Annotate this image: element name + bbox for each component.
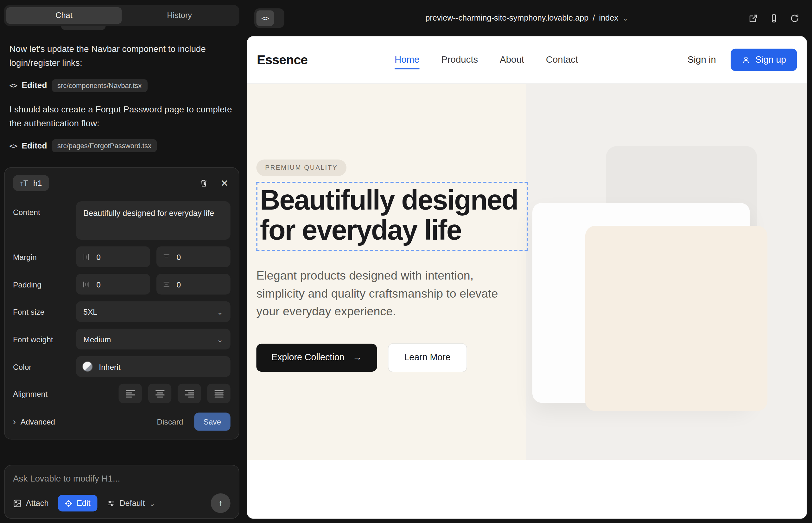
padding-vertical-input[interactable] (175, 279, 224, 289)
discard-button[interactable]: Discard (149, 413, 190, 431)
margin-horizontal-field (76, 247, 150, 267)
code-icon: <> (9, 142, 17, 150)
close-editor-button[interactable]: ✕ (218, 175, 231, 191)
padding-row: Padding (13, 274, 231, 295)
chevron-right-icon: › (13, 418, 16, 427)
nav-link-products[interactable]: Products (441, 50, 478, 70)
sign-up-button[interactable]: Sign up (730, 49, 797, 71)
color-swatch-icon (82, 362, 93, 372)
chat-messages: Now let's update the Navbar component to… (4, 26, 239, 163)
image-icon (13, 499, 22, 508)
default-model-button[interactable]: Default ⌄ (106, 499, 156, 508)
align-justify-button[interactable] (207, 384, 231, 403)
path-separator: / (593, 14, 595, 23)
edited-file-row: <> Edited src/pages/ForgotPassword.tsx (9, 140, 234, 152)
trash-icon (199, 179, 208, 188)
edit-mode-label: Edit (77, 499, 91, 508)
padding-horizontal-input[interactable] (95, 279, 144, 289)
url-bar[interactable]: preview--charming-site-symphony.lovable.… (425, 14, 628, 23)
padding-horizontal-field (76, 274, 150, 295)
edited-file-row: <> Edited src/components/Navbar.tsx (9, 79, 234, 92)
chat-history-tabs: Chat History (4, 5, 239, 26)
align-center-icon (155, 390, 164, 398)
composer-toolbar: Attach Edit Default ⌄ ↑ (13, 493, 231, 513)
preview-path: index (599, 14, 618, 23)
site-navbar: Essence Home Products About Contact Sign… (247, 36, 807, 84)
element-tag-pill[interactable]: TT h1 (13, 175, 49, 191)
alignment-label: Alignment (13, 390, 76, 398)
chevron-down-icon: ⌄ (217, 336, 223, 343)
decor-card-beige (585, 226, 768, 411)
close-icon: ✕ (220, 178, 228, 189)
align-center-button[interactable] (148, 384, 172, 403)
margin-label: Margin (13, 253, 76, 262)
code-icon: <> (9, 82, 17, 90)
file-badge[interactable]: src/components/Navbar.tsx (52, 79, 147, 92)
font-size-select[interactable]: 5XL ⌄ (76, 301, 230, 322)
chat-input[interactable] (13, 474, 231, 484)
font-weight-select[interactable]: Medium ⌄ (76, 329, 230, 349)
element-tag-label: h1 (33, 179, 42, 188)
color-value: Inherit (99, 362, 120, 371)
advanced-toggle[interactable]: › Advanced (13, 418, 55, 427)
advanced-label: Advanced (21, 418, 55, 427)
font-size-row: Font size 5XL ⌄ (13, 301, 231, 322)
preview-url: preview--charming-site-symphony.lovable.… (425, 14, 588, 23)
chat-composer: Attach Edit Default ⌄ ↑ (4, 465, 239, 519)
margin-horizontal-input[interactable] (95, 252, 144, 262)
content-input[interactable]: Beautifully designed for everyday life (76, 202, 230, 240)
code-view-toggle[interactable]: <> (254, 8, 284, 28)
font-size-label: Font size (13, 307, 76, 316)
arrow-right-icon: → (353, 352, 362, 363)
site-nav-links: Home Products About Contact (394, 50, 578, 70)
attach-button[interactable]: Attach (13, 499, 49, 508)
margin-horizontal-icon (82, 253, 90, 261)
refresh-icon (790, 13, 800, 23)
tab-chat[interactable]: Chat (6, 7, 122, 24)
editor-footer: › Advanced Discard Save (13, 413, 231, 431)
nav-link-about[interactable]: About (500, 50, 524, 70)
content-label: Content (13, 202, 76, 217)
open-external-button[interactable] (748, 13, 758, 23)
margin-row: Margin (13, 247, 231, 267)
sign-up-label: Sign up (755, 54, 786, 65)
margin-vertical-input[interactable] (175, 252, 224, 262)
padding-horizontal-icon (82, 281, 90, 288)
nav-link-contact[interactable]: Contact (546, 50, 578, 70)
send-button[interactable]: ↑ (211, 493, 231, 513)
hero-cta-row: Explore Collection → Learn More (256, 343, 530, 372)
chat-message: Now let's update the Navbar component to… (9, 42, 234, 70)
color-select[interactable]: Inherit (76, 357, 230, 377)
browser-actions (748, 13, 800, 23)
mobile-view-button[interactable] (769, 13, 779, 23)
attach-label: Attach (26, 499, 49, 508)
delete-element-button[interactable] (197, 177, 210, 190)
refresh-button[interactable] (790, 13, 800, 23)
chevron-down-icon: ⌄ (217, 308, 223, 316)
external-link-icon (748, 13, 758, 23)
edited-label: Edited (21, 81, 47, 90)
tab-history[interactable]: History (122, 7, 237, 24)
content-row: Content Beautifully designed for everyda… (13, 202, 231, 240)
auth-actions: Sign in Sign up (684, 49, 797, 71)
nav-link-home[interactable]: Home (394, 50, 420, 69)
padding-vertical-icon (162, 281, 170, 288)
smartphone-icon (769, 13, 779, 23)
sign-in-button[interactable]: Sign in (684, 54, 719, 66)
edit-mode-button[interactable]: Edit (58, 495, 97, 511)
typography-icon: TT (20, 179, 28, 187)
h1-selection-box[interactable]: Beautifully designed for everyday life (256, 182, 528, 251)
save-button[interactable]: Save (194, 413, 231, 431)
align-right-button[interactable] (178, 384, 201, 403)
color-row: Color Inherit (13, 357, 231, 377)
site-logo[interactable]: Essence (257, 52, 307, 67)
align-left-button[interactable] (119, 384, 142, 403)
learn-more-button[interactable]: Learn More (388, 343, 467, 372)
file-badge[interactable]: src/pages/ForgotPassword.tsx (52, 140, 157, 152)
arrow-up-icon: ↑ (218, 498, 223, 508)
chat-message: I should also create a Forgot Password p… (9, 103, 234, 131)
explore-collection-button[interactable]: Explore Collection → (256, 343, 376, 371)
align-justify-icon (214, 390, 223, 398)
color-label: Color (13, 362, 76, 371)
hero-content: PREMIUM QUALITY Beautifully designed for… (256, 160, 530, 372)
